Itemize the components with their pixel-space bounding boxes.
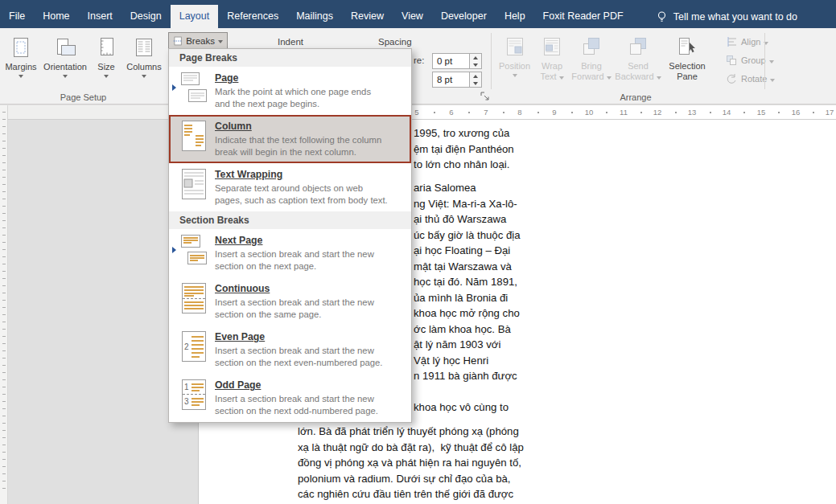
orientation-icon	[54, 35, 76, 59]
arrange-group-label: Arrange	[515, 92, 756, 102]
chevron-down-icon	[218, 40, 223, 43]
group-button[interactable]: Group	[722, 52, 778, 68]
bring-forward-button[interactable]: Bring Forward	[570, 32, 612, 88]
spinner-up-button[interactable]	[470, 54, 481, 61]
margins-label: Margins	[5, 62, 36, 72]
menu-item-column-break[interactable]: Column Indicate that the text following …	[169, 115, 411, 163]
menu-item-description: section on the same page.	[215, 309, 374, 321]
horizontal-ruler[interactable]: 5 6 7 8 9 10 11 12 13 14 15 16 17	[8, 105, 836, 120]
tab-developer[interactable]: Developer	[432, 5, 496, 28]
breaks-dropdown-menu: Page Breaks Page Mark the point at which…	[168, 48, 412, 423]
spacing-after-value: 8 pt	[433, 72, 469, 87]
menu-item-title: Odd Page	[215, 379, 378, 391]
tell-me-box[interactable]: Tell me what you want to do	[656, 5, 797, 28]
ruler-number: 17	[826, 108, 834, 117]
paragraph-dialog-launcher[interactable]	[480, 91, 491, 102]
ruler-tick	[813, 112, 814, 113]
tab-mailings[interactable]: Mailings	[287, 5, 342, 28]
menu-item-odd-page-break[interactable]: 1 3 Odd Page Insert a section break and …	[169, 374, 411, 422]
rotate-button[interactable]: Rotate	[722, 71, 778, 87]
ruler-number: 5	[414, 108, 418, 117]
breaks-button[interactable]: Breaks	[168, 32, 228, 50]
menu-item-description: section on the next even-numbered page.	[215, 357, 383, 369]
menu-item-title: Text Wrapping	[215, 168, 388, 181]
ruler-number: 10	[585, 108, 594, 117]
align-icon	[725, 35, 738, 48]
document-text-line: ại học Floating – Đại	[414, 243, 510, 258]
send-backward-button[interactable]: Send Backward	[612, 32, 664, 88]
tab-help[interactable]: Help	[496, 5, 534, 28]
breaks-label: Breaks	[186, 36, 215, 46]
ruler-number: 11	[620, 108, 628, 117]
align-label: Align	[741, 37, 760, 47]
columns-label: Columns	[126, 62, 161, 72]
menu-item-continuous-break[interactable]: Continuous Insert a section break and st…	[169, 277, 411, 326]
selection-pane-label-1: Selection	[669, 61, 705, 72]
wrap-text-button[interactable]: Wrap Text	[533, 32, 570, 88]
break-pointer-icon	[172, 247, 176, 253]
send-backward-label-1: Send	[628, 61, 649, 72]
tab-foxit-reader-pdf[interactable]: Foxit Reader PDF	[534, 5, 632, 28]
ruler-number: 13	[688, 108, 697, 117]
menu-item-description: Insert a section break and start the new	[215, 297, 374, 309]
ruler-tick	[743, 112, 745, 113]
selection-pane-button[interactable]: Selection Pane	[664, 32, 710, 88]
group-divider	[491, 33, 492, 89]
menu-item-description: Insert a section break and start the new	[215, 345, 383, 357]
bring-forward-label-2: Forward	[571, 72, 603, 81]
columns-button[interactable]: Columns	[122, 32, 166, 88]
document-text-line: aria Salomea	[414, 180, 476, 195]
group-divider	[764, 33, 765, 89]
spinner-up-button[interactable]	[470, 72, 481, 80]
document-text-line: úc bấy giờ là thuộc địa	[414, 227, 521, 243]
document-text-line: n 1911 bà giành được	[414, 368, 517, 383]
tab-home[interactable]: Home	[34, 5, 78, 28]
even-page-break-icon: 2	[179, 330, 208, 363]
vertical-ruler[interactable]	[0, 105, 8, 504]
tab-file[interactable]: File	[0, 5, 34, 28]
spinner-down-button[interactable]	[470, 61, 481, 68]
tab-design[interactable]: Design	[121, 5, 171, 28]
margins-button[interactable]: Margins	[2, 32, 40, 88]
tab-layout[interactable]: Layout	[171, 5, 219, 28]
document-text-line: lớn. Bà đã phát triển lý thuyết phóng xạ…	[298, 424, 519, 439]
size-button[interactable]: Size	[90, 32, 122, 88]
spacing-after-input[interactable]: 8 pt	[432, 72, 482, 88]
tab-review[interactable]: Review	[342, 5, 393, 28]
break-pointer-icon	[172, 84, 176, 91]
chevron-down-icon	[19, 75, 23, 78]
tab-insert[interactable]: Insert	[79, 5, 121, 28]
menu-item-description: Insert a section break and start the new	[215, 248, 374, 260]
breaks-icon	[173, 35, 183, 47]
orientation-button[interactable]: Orientation	[40, 32, 90, 88]
menu-item-next-page-break[interactable]: Next Page Insert a section break and sta…	[169, 229, 411, 277]
document-text-line: ại thủ đô Warszawa	[414, 211, 506, 227]
page-setup-group: Margins Orientation Size	[2, 32, 166, 88]
chevron-down-icon	[559, 76, 564, 80]
even-page-number-label: 2	[184, 342, 189, 351]
menu-item-page-break[interactable]: Page Mark the point at which one page en…	[169, 67, 411, 115]
chevron-down-icon	[513, 74, 517, 77]
ruler-tick	[640, 112, 642, 113]
continuous-break-icon	[179, 282, 208, 314]
spacing-before-input[interactable]: 0 pt	[432, 53, 482, 69]
menu-item-even-page-break[interactable]: 2 Even Page Insert a section break and s…	[169, 326, 411, 374]
menu-item-title: Continuous	[215, 282, 374, 295]
wrap-text-label-2: Text	[540, 72, 556, 81]
menu-item-description: section on the next odd-numbered page.	[215, 405, 378, 417]
spinner-down-button[interactable]	[470, 80, 481, 87]
menu-item-title: Next Page	[215, 234, 374, 247]
bring-forward-icon	[580, 35, 603, 59]
align-button[interactable]: Align	[722, 34, 778, 50]
document-text-line: Vật lý học Henri	[414, 353, 488, 368]
ruler-tick	[710, 112, 711, 113]
position-icon	[504, 35, 526, 59]
menu-item-description: break will begin in the next column.	[215, 146, 381, 158]
tab-view[interactable]: View	[393, 5, 432, 28]
menu-item-text-wrapping-break[interactable]: Text Wrapping Separate text around objec…	[169, 163, 411, 211]
position-button[interactable]: Position	[496, 32, 533, 88]
odd-page-break-icon: 1 3	[179, 379, 208, 411]
lightbulb-icon	[656, 10, 668, 23]
tab-references[interactable]: References	[218, 5, 287, 28]
column-break-icon	[179, 120, 208, 152]
